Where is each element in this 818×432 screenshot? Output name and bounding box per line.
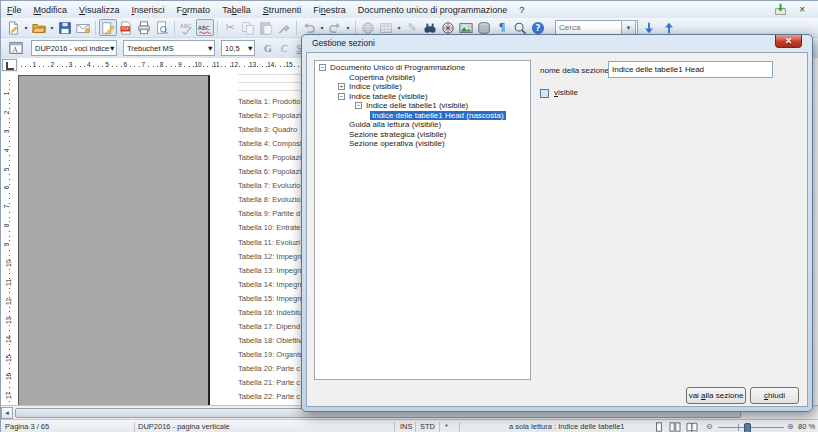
page-indicator: Pagina 3 / 65 — [5, 422, 49, 431]
cut-icon[interactable]: ✂ — [221, 19, 239, 36]
redo-dropdown-icon[interactable]: ▾ — [344, 24, 352, 31]
tree-item[interactable]: −Indice tabelle (visibile) — [315, 92, 530, 102]
toc-entry: Tabella 20: Parte c — [238, 362, 300, 376]
export-pdf-icon[interactable]: PDF — [117, 19, 135, 36]
visible-checkbox[interactable] — [540, 89, 549, 98]
menu-inserisci[interactable]: Inserisci — [126, 1, 171, 18]
send-email-icon[interactable] — [74, 19, 92, 36]
menu-tabella[interactable]: Tabella — [216, 1, 257, 18]
paragraph-style-combo[interactable]: DUP2016 - voci indice ▼ — [31, 40, 117, 56]
application-window: FileModificaVisualizzaInserisciFormatoTa… — [0, 0, 818, 432]
section-management-dialog: Gestione sezioni ✕ −Documento Unico di P… — [301, 34, 813, 412]
font-size-dropdown-icon[interactable]: ▼ — [247, 44, 254, 53]
new-document-dropdown-icon[interactable]: ▾ — [22, 24, 30, 31]
tree-item[interactable]: Indice delle tabelle1 Head (nascosta) — [315, 111, 530, 121]
tree-item-label-selected: Indice delle tabelle1 Head (nascosta) — [370, 111, 506, 120]
go-to-section-button[interactable]: vai alla sezione — [686, 387, 746, 404]
open-folder-icon[interactable] — [30, 19, 48, 36]
copy-icon[interactable] — [239, 19, 257, 36]
print-icon[interactable] — [135, 19, 153, 36]
tree-item-label: Documento Unico di Programmazione — [330, 63, 465, 72]
svg-text:ABC: ABC — [198, 24, 210, 30]
visible-checkbox-label[interactable]: visibile — [554, 88, 578, 97]
toc-entry: Tabella 5: Popolazi — [238, 151, 301, 165]
selection-mode-indicator[interactable]: STD — [420, 422, 435, 431]
vruler-number: 5 — [3, 167, 10, 171]
toolbar-separator — [95, 21, 96, 35]
search-input[interactable] — [556, 23, 620, 32]
tree-item[interactable]: +Indice (visibile) — [315, 82, 530, 92]
menu-bar: FileModificaVisualizzaInserisciFormatoTa… — [1, 1, 818, 18]
menu-?[interactable]: ? — [513, 1, 530, 18]
tree-item[interactable]: Copertina (visibile) — [315, 73, 530, 83]
vruler-number: 9 — [3, 243, 10, 247]
multi-page-view-icon[interactable] — [669, 422, 681, 432]
single-page-view-icon[interactable] — [654, 422, 664, 432]
auto-spellcheck-icon[interactable]: ABC — [196, 19, 214, 36]
undo-dropdown-icon[interactable]: ▾ — [318, 24, 326, 31]
vruler-number: 7 — [3, 205, 10, 209]
tree-item[interactable]: −Indice delle tabelle1 (visibile) — [315, 101, 530, 111]
toc-entry: Tabella 6: Popolazi — [238, 165, 301, 179]
tree-item-label: Indice delle tabelle1 (visibile) — [366, 101, 468, 110]
styles-window-icon[interactable]: A — [7, 40, 25, 57]
collapse-icon[interactable]: − — [319, 64, 326, 71]
menu-strumenti[interactable]: Strumenti — [257, 1, 308, 18]
modified-indicator: * — [445, 422, 448, 431]
font-name-dropdown-icon[interactable]: ▼ — [207, 44, 214, 53]
zoom-in-icon[interactable]: ⊕ — [787, 422, 794, 431]
clone-formatting-icon[interactable] — [275, 19, 293, 36]
save-icon[interactable] — [56, 19, 74, 36]
dialog-close-button[interactable]: ✕ — [775, 35, 802, 48]
zoom-level[interactable]: 80 % — [798, 422, 815, 431]
close-dialog-button[interactable]: chiudi — [750, 387, 799, 404]
edit-mode-icon[interactable] — [99, 19, 117, 36]
insert-table-dropdown-icon[interactable]: ▾ — [395, 24, 403, 31]
font-name-combo[interactable]: Trebuchet MS ▼ — [123, 40, 215, 56]
document-update-icon[interactable] — [771, 1, 789, 18]
hruler-number: 4 — [87, 61, 91, 68]
menu-finestra[interactable]: Finestra — [307, 1, 352, 18]
tree-item[interactable]: −Documento Unico di Programmazione — [315, 63, 530, 73]
menu-modifica[interactable]: Modifica — [28, 1, 74, 18]
open-folder-dropdown-icon[interactable]: ▾ — [48, 24, 56, 31]
new-document-icon[interactable] — [4, 19, 22, 36]
toc-entry: Tabella 13: Impegn — [238, 264, 301, 278]
expand-icon[interactable]: + — [338, 83, 345, 90]
menu-visualizza[interactable]: Visualizza — [73, 1, 126, 18]
search-combo: ▼ — [555, 20, 638, 35]
bold-button[interactable]: G — [264, 43, 272, 54]
collapse-icon[interactable]: − — [338, 93, 345, 100]
book-view-icon[interactable] — [686, 422, 698, 432]
paragraph-style-value: DUP2016 - voci indice — [32, 44, 109, 53]
tab-selector-icon[interactable] — [2, 59, 17, 71]
spellcheck-icon[interactable]: ABC — [178, 19, 196, 36]
insert-mode-indicator[interactable]: INS — [400, 422, 413, 431]
menu-file[interactable]: File — [1, 1, 28, 18]
menu-formato[interactable]: Formato — [171, 1, 217, 18]
page-preview-icon[interactable] — [153, 19, 171, 36]
tree-item[interactable]: Sezione operativa (visibile) — [315, 139, 530, 149]
vruler-number: 4 — [3, 148, 10, 152]
menu-documento-unico-di-programmazione[interactable]: Documento unico di programmazione — [352, 1, 514, 18]
tree-item[interactable]: Sezione strategica (visibile) — [315, 130, 530, 140]
italic-button[interactable]: C — [281, 43, 288, 54]
close-x-icon: ✕ — [785, 37, 793, 46]
zoom-out-icon[interactable]: ⊖ — [706, 422, 713, 431]
search-dropdown-icon[interactable]: ▼ — [621, 20, 636, 35]
paste-icon[interactable] — [257, 19, 275, 36]
font-size-combo[interactable]: 10,5 ▼ — [221, 40, 255, 56]
section-name-input[interactable] — [608, 61, 773, 78]
zoom-slider-thumb[interactable] — [744, 423, 751, 432]
vruler-number: 10 — [5, 260, 12, 267]
hruler-number: 5 — [105, 61, 109, 68]
zoom-slider-track[interactable] — [718, 427, 784, 428]
close-document-icon[interactable]: × — [799, 5, 805, 15]
tree-item[interactable]: Guida alla lettura (visibile) — [315, 120, 530, 130]
collapse-icon[interactable]: − — [355, 102, 362, 109]
paragraph-style-dropdown-icon[interactable]: ▼ — [109, 44, 116, 53]
page-style-indicator[interactable]: DUP2016 - pagina verticale — [138, 422, 230, 431]
vruler-number: 1 — [3, 92, 10, 96]
scroll-left-icon[interactable]: ◄ — [1, 407, 13, 419]
toc-entry: Tabella 17: Dipend — [238, 320, 300, 334]
